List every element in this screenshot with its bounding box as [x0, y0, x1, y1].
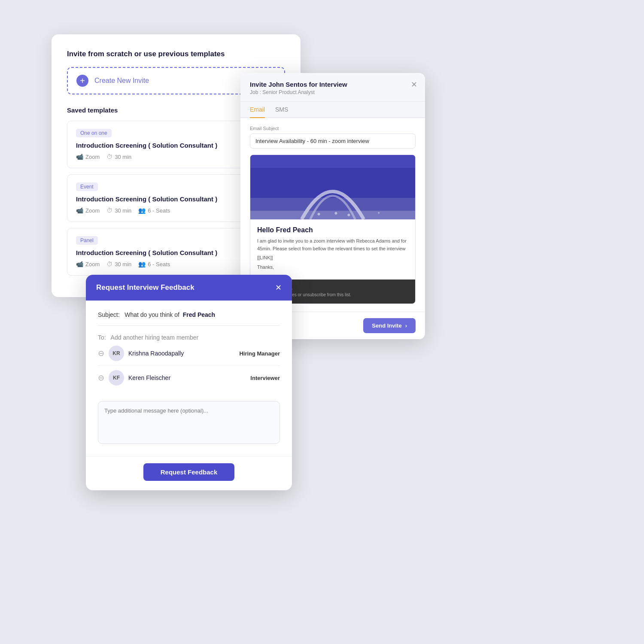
people-icon: 👥	[138, 207, 146, 214]
to-placeholder-text[interactable]: Add another hiring team member	[111, 334, 199, 341]
svg-point-6	[378, 212, 380, 214]
email-thanks: Thanks,	[257, 264, 408, 271]
meta-item: 📹Zoom	[76, 207, 100, 214]
person-row-0: ⊖ KR Krishna Raoodapally Hiring Manager	[98, 341, 280, 366]
subject-name: Fred Peach	[183, 311, 215, 318]
template-tag-2: Panel	[76, 236, 98, 245]
person-name-0: Krishna Raoodapally	[128, 350, 184, 357]
meta-item: 👥6 - Seats	[138, 207, 170, 214]
email-banner-image	[250, 155, 415, 219]
john-modal-header: Invite John Sentos for Interview Job : S…	[240, 73, 425, 102]
email-body: Hello Fred Peach I am glad to invite you…	[250, 219, 415, 279]
to-label: To: Add another hiring team member	[98, 334, 198, 341]
video-icon: 📹	[76, 153, 83, 160]
invite-card-title: Invite from scratch or use previous temp…	[67, 50, 285, 58]
subject-text: What do you think of	[125, 311, 179, 318]
svg-point-4	[334, 212, 337, 215]
meta-item: ⏱30 min	[106, 261, 131, 267]
email-paragraph-1: I am glad to invite you to a zoom interv…	[257, 237, 408, 252]
subject-label: Subject: What do you think of Fred Peach	[98, 311, 215, 318]
meta-item: 📹Zoom	[76, 153, 100, 160]
chevron-right-icon: ›	[405, 322, 407, 329]
clock-icon: ⏱	[106, 207, 112, 214]
person-left-0: ⊖ KR Krishna Raoodapally	[98, 346, 184, 361]
avatar-1: KF	[109, 370, 124, 386]
person-role-1: Interviewer	[250, 375, 280, 381]
person-name-1: Keren Fleischer	[128, 374, 170, 381]
email-subject-label: Email Subject	[250, 126, 416, 131]
send-invite-label: Send Invite	[372, 322, 401, 329]
email-subject-field[interactable]: Interview Availability - 60 min - zoom i…	[250, 134, 416, 149]
feedback-modal-footer: Request Feedback	[86, 456, 292, 490]
create-new-label: Create New Invite	[94, 77, 149, 85]
plus-icon: +	[76, 75, 88, 87]
remove-person-icon-0[interactable]: ⊖	[98, 349, 104, 358]
feedback-modal-body: Subject: What do you think of Fred Peach…	[86, 301, 292, 456]
feedback-modal-close-button[interactable]: ✕	[275, 284, 282, 292]
people-icon: 👥	[138, 261, 146, 267]
to-field: To: Add another hiring team member ⊖ KR …	[98, 334, 280, 390]
feedback-modal-header: Request Interview Feedback ✕	[86, 275, 292, 301]
email-greeting: Hello Fred Peach	[257, 226, 408, 234]
tab-email[interactable]: Email	[250, 102, 265, 118]
video-icon: 📹	[76, 207, 83, 214]
send-invite-button[interactable]: Send Invite ›	[363, 318, 416, 333]
message-textarea[interactable]	[98, 401, 280, 444]
john-modal-close-button[interactable]: ✕	[411, 81, 417, 88]
meta-item: ⏱30 min	[106, 153, 131, 160]
feedback-modal: Request Interview Feedback ✕ Subject: Wh…	[86, 275, 292, 490]
video-icon: 📹	[76, 261, 83, 267]
clock-icon: ⏱	[106, 261, 112, 267]
john-modal-title: Invite John Sentos for Interview	[250, 81, 416, 88]
feedback-modal-title: Request Interview Feedback	[96, 283, 194, 292]
person-row-1: ⊖ KF Keren Fleischer Interviewer	[98, 366, 280, 390]
svg-rect-2	[250, 211, 415, 219]
subject-field: Subject: What do you think of Fred Peach	[98, 311, 280, 326]
avatar-0: KR	[109, 346, 124, 361]
john-modal-tabs: Email SMS	[240, 102, 425, 118]
meta-item: ⏱30 min	[106, 207, 131, 214]
person-left-1: ⊖ KF Keren Fleischer	[98, 370, 170, 386]
tab-sms[interactable]: SMS	[275, 102, 288, 118]
meta-item: 👥6 - Seats	[138, 261, 170, 267]
meta-item: 📹Zoom	[76, 261, 100, 267]
svg-point-5	[347, 214, 350, 216]
template-tag-1: Event	[76, 182, 98, 191]
john-modal-subtitle: Job : Senior Product Analyst	[250, 89, 416, 95]
svg-rect-7	[250, 155, 415, 168]
person-role-0: Hiring Manager	[239, 350, 280, 357]
remove-person-icon-1[interactable]: ⊖	[98, 373, 104, 383]
clock-icon: ⏱	[106, 153, 112, 160]
request-feedback-label: Request Feedback	[161, 468, 218, 476]
svg-point-3	[318, 213, 320, 216]
persons-list: ⊖ KR Krishna Raoodapally Hiring Manager …	[98, 341, 280, 390]
template-tag-0: One on one	[76, 129, 112, 137]
request-feedback-button[interactable]: Request Feedback	[143, 463, 235, 481]
email-link: [[LINK]]	[257, 254, 408, 262]
